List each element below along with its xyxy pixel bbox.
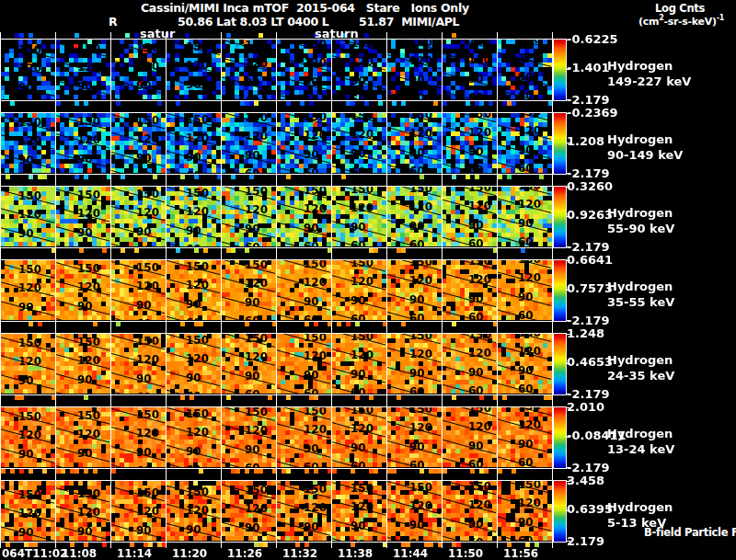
cbar-mid-label: -1.401 [567, 62, 610, 74]
panel-species-label: Hydrogen [607, 207, 673, 219]
cbar-max-label: -0.6225 [567, 33, 618, 45]
time-axis-tick: 11:32 [282, 548, 317, 560]
panel-species-label: Hydrogen [607, 354, 673, 366]
panel-species-label: Hydrogen [607, 280, 673, 292]
cbar-mid-label: 1.208 [567, 135, 604, 147]
annotation-saturn: saturn [315, 28, 359, 40]
panel-species-label: Hydrogen [607, 428, 673, 440]
cbar-max-label: -0.2369 [567, 107, 618, 119]
colorbar-units: (cm2-sr-s-keV)-1 [638, 16, 724, 29]
panel-species-label: Hydrogen [607, 60, 673, 72]
time-axis-tick: 11:50 [448, 548, 483, 560]
cbar-mid-label: 0.6395 [567, 503, 613, 515]
units-prefix: (cm [638, 16, 659, 28]
spectrogram-screen: Cassini/MIMI Inca mTOF 2015-064 Stare Io… [0, 0, 736, 560]
cbar-min-label: -2.179 [567, 94, 610, 106]
cbar-min-label: -2.179 [567, 314, 610, 326]
time-axis-tick: 11:38 [338, 548, 373, 560]
panel-energy-label: 55-90 keV [607, 223, 674, 234]
panel-energy-label: 35-55 keV [607, 296, 674, 308]
cbar-min-label: -2.179 [567, 462, 610, 474]
panel-species-label: Hydrogen [607, 133, 673, 145]
cbar-mid-label: 0.7573 [567, 282, 613, 294]
spacecraft-position: 50.86 Lat 8.03 LT 0400 L [178, 16, 329, 28]
cbar-max-label: 2.010 [567, 401, 604, 413]
time-axis-tick: 064T11:02 [2, 548, 67, 560]
l-shell-and-source: 51.87 MIMI/APL [359, 16, 459, 28]
panel-energy-label: 13-24 keV [607, 443, 674, 455]
units-superscript-2: 2 [659, 14, 663, 22]
panel-species-label: Hydrogen [607, 501, 673, 513]
units-superscript-exp: -1 [717, 14, 724, 22]
cbar-min-label: -2.179 [567, 241, 610, 253]
panel-energy-label: 149-227 keV [607, 75, 691, 87]
time-axis-tick: 11:14 [117, 548, 152, 560]
time-axis-tick: 11:26 [227, 548, 262, 560]
page-title: Cassini/MIMI Inca mTOF 2015-064 Stare Io… [141, 2, 469, 14]
time-axis-tick: 11:56 [503, 548, 538, 560]
cbar-mid-label: 0.9263 [567, 209, 613, 221]
time-axis-tick: 11:44 [393, 548, 428, 560]
units-mid: -sr-s-keV) [663, 16, 716, 28]
time-axis-tick: 11:08 [62, 548, 97, 560]
cbar-max-label: 3.458 [567, 474, 604, 486]
annotation-satur: satur [140, 28, 175, 40]
spectrogram-canvas [0, 32, 570, 548]
cbar-max-label: 0.6641 [567, 254, 613, 266]
cbar-min-label: 2.179 [567, 535, 604, 547]
radius-label: R [109, 16, 117, 28]
cbar-mid-label: 0.4653 [567, 356, 613, 368]
panel-energy-label: 5-13 keV [607, 517, 666, 529]
cbar-min-label: -2.179 [567, 167, 610, 179]
cbar-max-label: 1.248 [567, 327, 604, 339]
panel-energy-label: 24-35 keV [607, 370, 674, 382]
cbar-max-label: 0.3260 [567, 180, 613, 192]
time-axis-tick: 11:20 [172, 548, 207, 560]
panel-energy-label: 90-149 keV [607, 149, 683, 161]
cbar-min-label: -2.179 [567, 388, 610, 400]
